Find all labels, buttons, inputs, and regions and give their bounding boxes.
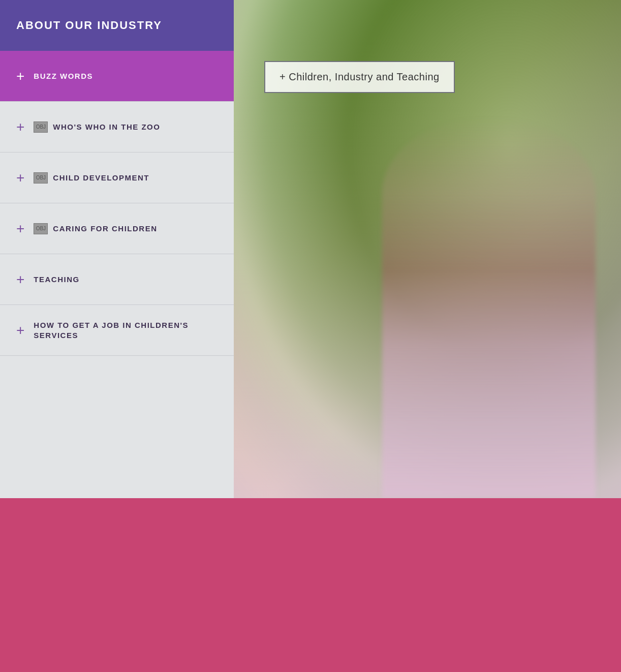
sidebar-item-buzz-words[interactable]: + BUZZ WORDS [0, 51, 234, 102]
sidebar-label-teaching: TEACHING [34, 274, 79, 285]
sidebar-item-whos-who[interactable]: + OBJ WHO'S WHO IN THE ZOO [0, 102, 234, 152]
plus-icon-how-to-get-job: + [16, 323, 24, 338]
sidebar-label-how-to-get-job: HOW TO GET A JOB IN CHILDREN'S SERVICES [34, 320, 218, 340]
bottom-section [0, 498, 621, 672]
main-container: ABOUT OUR INDUSTRY + BUZZ WORDS + OBJ WH… [0, 0, 621, 498]
sidebar-label-caring-for-children: CARING FOR CHILDREN [53, 224, 157, 234]
sidebar-item-how-to-get-job[interactable]: + HOW TO GET A JOB IN CHILDREN'S SERVICE… [0, 305, 234, 356]
sidebar-item-child-development[interactable]: + OBJ CHILD DEVELOPMENT [0, 152, 234, 203]
sidebar-item-teaching[interactable]: + TEACHING [0, 254, 234, 305]
sidebar-label-whos-who: WHO'S WHO IN THE ZOO [53, 122, 160, 132]
obj-icon-child-development: OBJ [34, 172, 48, 184]
buzz-words-button[interactable]: + Children, Industry and Teaching [264, 61, 455, 93]
plus-icon-teaching: + [16, 272, 24, 287]
sidebar: ABOUT OUR INDUSTRY + BUZZ WORDS + OBJ WH… [0, 0, 234, 498]
child-photo [382, 117, 596, 498]
content-area: + Children, Industry and Teaching [234, 0, 621, 498]
plus-icon-buzz-words: + [16, 69, 24, 83]
plus-icon-caring-for-children: + [16, 222, 24, 236]
sidebar-item-caring-for-children[interactable]: + OBJ CARING FOR CHILDREN [0, 203, 234, 254]
sidebar-label-buzz-words: BUZZ WORDS [34, 71, 93, 81]
sidebar-label-child-development: CHILD DEVELOPMENT [53, 173, 149, 183]
sidebar-title: ABOUT OUR INDUSTRY [16, 19, 162, 32]
sidebar-header: ABOUT OUR INDUSTRY [0, 0, 234, 51]
plus-icon-child-development: + [16, 171, 24, 185]
obj-icon-whos-who: OBJ [34, 121, 48, 133]
obj-icon-caring-for-children: OBJ [34, 223, 48, 234]
plus-icon-whos-who: + [16, 120, 24, 134]
